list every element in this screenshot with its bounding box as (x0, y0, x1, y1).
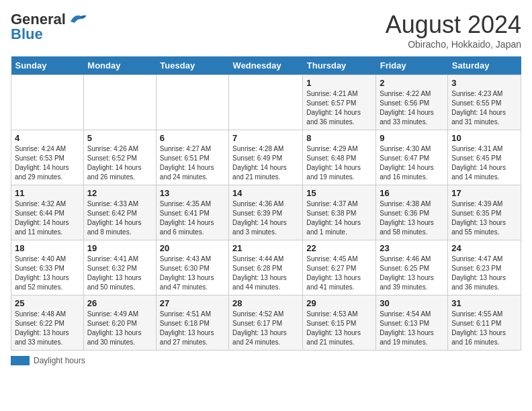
day-number: 27 (160, 298, 225, 308)
calendar-cell (83, 75, 156, 130)
weekday-header-thursday: Thursday (303, 56, 376, 75)
day-number: 26 (87, 298, 152, 308)
calendar-cell: 12Sunrise: 4:33 AM Sunset: 6:42 PM Dayli… (83, 185, 156, 240)
calendar-cell: 24Sunrise: 4:47 AM Sunset: 6:23 PM Dayli… (448, 240, 521, 295)
day-info: Sunrise: 4:51 AM Sunset: 6:18 PM Dayligh… (160, 310, 225, 347)
day-number: 20 (160, 243, 225, 253)
day-number: 31 (451, 298, 517, 308)
day-number: 6 (160, 133, 225, 143)
day-number: 28 (232, 298, 299, 308)
day-number: 29 (306, 298, 372, 308)
day-number: 12 (87, 188, 152, 198)
calendar-cell: 17Sunrise: 4:39 AM Sunset: 6:35 PM Dayli… (448, 185, 521, 240)
calendar-cell: 22Sunrise: 4:45 AM Sunset: 6:27 PM Dayli… (303, 240, 376, 295)
day-info: Sunrise: 4:40 AM Sunset: 6:33 PM Dayligh… (15, 255, 80, 292)
calendar-cell: 26Sunrise: 4:49 AM Sunset: 6:20 PM Dayli… (83, 295, 156, 351)
day-number: 7 (232, 133, 299, 143)
calendar-cell: 15Sunrise: 4:37 AM Sunset: 6:38 PM Dayli… (303, 185, 376, 240)
day-number: 19 (87, 243, 152, 253)
day-number: 9 (380, 133, 444, 143)
month-title: August 2024 (386, 11, 521, 39)
calendar-week-5: 25Sunrise: 4:48 AM Sunset: 6:22 PM Dayli… (11, 295, 521, 351)
day-info: Sunrise: 4:32 AM Sunset: 6:44 PM Dayligh… (15, 199, 80, 237)
day-number: 2 (380, 78, 444, 88)
day-info: Sunrise: 4:35 AM Sunset: 6:41 PM Dayligh… (160, 199, 225, 237)
day-info: Sunrise: 4:48 AM Sunset: 6:22 PM Dayligh… (15, 310, 80, 347)
calendar-cell (11, 75, 84, 130)
calendar-cell: 14Sunrise: 4:36 AM Sunset: 6:39 PM Dayli… (229, 185, 303, 240)
calendar-cell: 21Sunrise: 4:44 AM Sunset: 6:28 PM Dayli… (229, 240, 303, 295)
calendar-cell: 31Sunrise: 4:55 AM Sunset: 6:11 PM Dayli… (448, 295, 521, 351)
calendar-cell: 23Sunrise: 4:46 AM Sunset: 6:25 PM Dayli… (376, 240, 448, 295)
day-info: Sunrise: 4:29 AM Sunset: 6:48 PM Dayligh… (306, 144, 372, 182)
calendar-week-4: 18Sunrise: 4:40 AM Sunset: 6:33 PM Dayli… (11, 240, 521, 295)
weekday-header-tuesday: Tuesday (156, 56, 228, 75)
day-number: 1 (306, 78, 372, 88)
calendar-cell: 6Sunrise: 4:27 AM Sunset: 6:51 PM Daylig… (156, 130, 228, 185)
logo-text-blue: Blue (11, 26, 43, 43)
day-number: 30 (380, 298, 444, 308)
day-number: 14 (232, 188, 299, 198)
location-subtitle: Obiracho, Hokkaido, Japan (386, 39, 521, 50)
calendar-week-2: 4Sunrise: 4:24 AM Sunset: 6:53 PM Daylig… (11, 130, 521, 185)
day-number: 10 (451, 133, 517, 143)
day-info: Sunrise: 4:24 AM Sunset: 6:53 PM Dayligh… (15, 144, 80, 182)
day-info: Sunrise: 4:39 AM Sunset: 6:35 PM Dayligh… (451, 199, 517, 237)
calendar-cell: 13Sunrise: 4:35 AM Sunset: 6:41 PM Dayli… (156, 185, 228, 240)
day-info: Sunrise: 4:36 AM Sunset: 6:39 PM Dayligh… (232, 199, 299, 237)
day-number: 24 (451, 243, 517, 253)
calendar-cell: 19Sunrise: 4:41 AM Sunset: 6:32 PM Dayli… (83, 240, 156, 295)
day-number: 8 (306, 133, 372, 143)
calendar-cell: 29Sunrise: 4:53 AM Sunset: 6:15 PM Dayli… (303, 295, 376, 351)
day-number: 3 (451, 78, 517, 88)
day-info: Sunrise: 4:28 AM Sunset: 6:49 PM Dayligh… (232, 144, 299, 182)
day-number: 16 (380, 188, 444, 198)
day-number: 18 (15, 243, 80, 253)
weekday-header-friday: Friday (376, 56, 448, 75)
day-info: Sunrise: 4:55 AM Sunset: 6:11 PM Dayligh… (451, 310, 517, 347)
logo-bird-icon (68, 12, 87, 27)
day-info: Sunrise: 4:54 AM Sunset: 6:13 PM Dayligh… (380, 310, 444, 347)
calendar-table: SundayMondayTuesdayWednesdayThursdayFrid… (11, 56, 521, 351)
weekday-header-row: SundayMondayTuesdayWednesdayThursdayFrid… (11, 56, 521, 75)
calendar-cell: 20Sunrise: 4:43 AM Sunset: 6:30 PM Dayli… (156, 240, 228, 295)
calendar-cell: 18Sunrise: 4:40 AM Sunset: 6:33 PM Dayli… (11, 240, 84, 295)
calendar-cell: 16Sunrise: 4:38 AM Sunset: 6:36 PM Dayli… (376, 185, 448, 240)
legend-label: Daylight hours (34, 356, 85, 365)
day-info: Sunrise: 4:47 AM Sunset: 6:23 PM Dayligh… (451, 255, 517, 292)
day-number: 15 (306, 188, 372, 198)
calendar-cell: 3Sunrise: 4:23 AM Sunset: 6:55 PM Daylig… (448, 75, 521, 130)
day-number: 13 (160, 188, 225, 198)
calendar-cell (156, 75, 228, 130)
weekday-header-sunday: Sunday (11, 56, 84, 75)
legend-color-box (11, 356, 30, 365)
weekday-header-monday: Monday (83, 56, 156, 75)
day-info: Sunrise: 4:26 AM Sunset: 6:52 PM Dayligh… (87, 144, 152, 182)
day-info: Sunrise: 4:23 AM Sunset: 6:55 PM Dayligh… (451, 89, 517, 127)
calendar-cell: 1Sunrise: 4:21 AM Sunset: 6:57 PM Daylig… (303, 75, 376, 130)
calendar-cell: 25Sunrise: 4:48 AM Sunset: 6:22 PM Dayli… (11, 295, 84, 351)
day-info: Sunrise: 4:43 AM Sunset: 6:30 PM Dayligh… (160, 255, 225, 292)
day-number: 11 (15, 188, 80, 198)
logo: General Blue (11, 11, 87, 43)
day-info: Sunrise: 4:52 AM Sunset: 6:17 PM Dayligh… (232, 310, 299, 347)
day-info: Sunrise: 4:33 AM Sunset: 6:42 PM Dayligh… (87, 199, 152, 237)
day-info: Sunrise: 4:27 AM Sunset: 6:51 PM Dayligh… (160, 144, 225, 182)
calendar-cell (229, 75, 303, 130)
calendar-cell: 30Sunrise: 4:54 AM Sunset: 6:13 PM Dayli… (376, 295, 448, 351)
calendar-week-3: 11Sunrise: 4:32 AM Sunset: 6:44 PM Dayli… (11, 185, 521, 240)
day-info: Sunrise: 4:53 AM Sunset: 6:15 PM Dayligh… (306, 310, 372, 347)
calendar-cell: 8Sunrise: 4:29 AM Sunset: 6:48 PM Daylig… (303, 130, 376, 185)
calendar-cell: 11Sunrise: 4:32 AM Sunset: 6:44 PM Dayli… (11, 185, 84, 240)
calendar-cell: 5Sunrise: 4:26 AM Sunset: 6:52 PM Daylig… (83, 130, 156, 185)
day-number: 4 (15, 133, 80, 143)
day-number: 22 (306, 243, 372, 253)
calendar-cell: 2Sunrise: 4:22 AM Sunset: 6:56 PM Daylig… (376, 75, 448, 130)
day-info: Sunrise: 4:44 AM Sunset: 6:28 PM Dayligh… (232, 255, 299, 292)
day-info: Sunrise: 4:30 AM Sunset: 6:47 PM Dayligh… (380, 144, 444, 182)
day-info: Sunrise: 4:21 AM Sunset: 6:57 PM Dayligh… (306, 89, 372, 127)
calendar-cell: 27Sunrise: 4:51 AM Sunset: 6:18 PM Dayli… (156, 295, 228, 351)
page-container: General Blue August 2024 Obiracho, Hokka… (11, 11, 521, 365)
day-info: Sunrise: 4:41 AM Sunset: 6:32 PM Dayligh… (87, 255, 152, 292)
weekday-header-saturday: Saturday (448, 56, 521, 75)
